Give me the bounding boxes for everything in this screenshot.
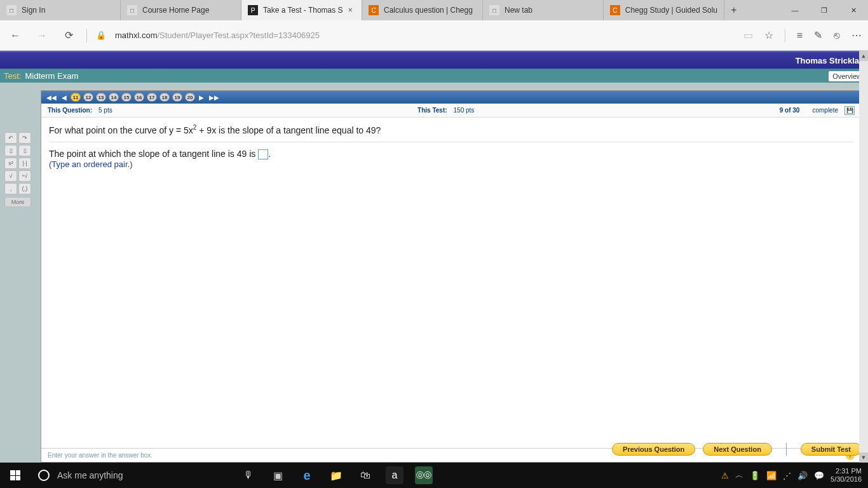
submit-test-button[interactable]: Submit Test [801, 443, 862, 456]
exponent-button[interactable]: x² [4, 158, 17, 169]
qnum-14[interactable]: 14 [109, 93, 119, 102]
answer-line: The point at which the slope of a tangen… [49, 149, 853, 159]
network-icon[interactable]: 📶 [766, 471, 776, 480]
refresh-button[interactable]: ⟳ [60, 27, 78, 44]
system-tray: ⚠ ︿ 🔋 📶 ⋰ 🔊 💬 2:31 PM 5/30/2016 [721, 467, 868, 484]
separator [786, 443, 787, 456]
app-header: Thomas Stricklan [0, 51, 868, 69]
tab-title: Sign In [22, 6, 45, 15]
task-view-icon[interactable]: ▣ [263, 463, 292, 488]
start-button[interactable] [0, 463, 31, 488]
action-row: Previous Question Next Question Submit T… [41, 441, 862, 458]
chevron-up-icon[interactable]: ︿ [735, 470, 743, 481]
page-icon: □ [6, 5, 17, 15]
lock-icon[interactable]: 🔒 [96, 30, 106, 40]
notes-icon[interactable]: ✎ [814, 29, 822, 41]
answer-hint: (Type an ordered pair.) [49, 159, 853, 169]
sqrt-button[interactable]: √ [4, 170, 17, 182]
test-bar: Test: Midterm Exam Overview [0, 69, 868, 83]
nav-last-icon[interactable]: ▶▶ [208, 94, 220, 101]
wifi-icon[interactable]: ⋰ [783, 471, 791, 480]
taskbar-apps: 🎙 ▣ e 📁 🛍 a ⓞⓞ [234, 463, 438, 488]
hub-icon[interactable]: ≡ [797, 30, 803, 41]
save-icon[interactable]: 💾 [844, 106, 855, 115]
cortana-placeholder: Ask me anything [57, 470, 123, 480]
separator [785, 29, 785, 43]
tool-palette: ↶↷ ▯▯ x²|·| √ⁿ√ ,(,) More [0, 83, 36, 463]
mic-icon[interactable]: 🎙 [234, 463, 263, 488]
abs-button[interactable]: |·| [18, 158, 31, 169]
tab-chegg-study[interactable]: C Chegg Study | Guided Solu [604, 0, 724, 20]
tab-title: Course Home Page [142, 6, 209, 15]
qnum-15[interactable]: 15 [121, 93, 132, 102]
battery-icon[interactable]: 🔋 [750, 471, 760, 480]
tab-title: Take a Test - Thomas S [263, 6, 343, 15]
time: 2:31 PM [831, 467, 862, 475]
store-icon[interactable]: 🛍 [351, 463, 380, 488]
previous-question-button[interactable]: Previous Question [612, 443, 695, 456]
tab-take-test[interactable]: P Take a Test - Thomas S × [241, 0, 362, 20]
qnum-19[interactable]: 19 [172, 93, 182, 102]
forward-button[interactable]: → [33, 27, 51, 44]
new-tab-button[interactable]: + [724, 0, 743, 20]
this-test-label: This Test: [417, 107, 447, 114]
toolbar-right: ▭ ☆ ≡ ✎ ⎋ ⋯ [743, 29, 862, 43]
url-field[interactable]: mathxl.com/Student/PlayerTest.aspx?testI… [115, 30, 735, 40]
volume-icon[interactable]: 🔊 [797, 471, 808, 480]
nav-prev-icon[interactable]: ◀ [60, 94, 68, 101]
nthroot-button[interactable]: ⁿ√ [18, 170, 31, 182]
tab-course-home[interactable]: □ Course Home Page [121, 0, 241, 20]
url-host: mathxl.com [115, 30, 157, 40]
pair-button[interactable]: (,) [18, 183, 31, 194]
amazon-icon[interactable]: a [386, 466, 403, 484]
scroll-down-icon[interactable]: ▼ [859, 452, 868, 463]
scroll-up-icon[interactable]: ▲ [859, 51, 868, 61]
minimize-button[interactable]: — [780, 0, 810, 20]
this-test-pts: 150 pts [454, 107, 475, 114]
close-icon[interactable]: × [348, 6, 353, 15]
question-prompt: For what point on the curve of y = 5x2 +… [49, 121, 853, 142]
progress-count: 9 of 30 [780, 107, 800, 114]
more-tools-button[interactable]: More [4, 197, 31, 207]
answer-input[interactable] [258, 149, 268, 159]
tab-new[interactable]: □ New tab [483, 0, 604, 20]
pearson-icon: P [248, 5, 258, 15]
redo-button[interactable]: ↷ [18, 132, 31, 144]
qnum-12[interactable]: 12 [83, 93, 93, 102]
more-icon[interactable]: ⋯ [851, 29, 862, 41]
address-bar: ← → ⟳ 🔒 mathxl.com/Student/PlayerTest.as… [0, 20, 868, 51]
close-button[interactable]: ✕ [839, 0, 868, 20]
qnum-11[interactable]: 11 [71, 93, 81, 102]
qnum-16[interactable]: 16 [134, 93, 144, 102]
file-explorer-icon[interactable]: 📁 [322, 463, 351, 488]
qnum-20[interactable]: 20 [185, 93, 195, 102]
undo-button[interactable]: ↶ [4, 132, 17, 144]
cortana-search[interactable]: Ask me anything [31, 463, 234, 488]
clock[interactable]: 2:31 PM 5/30/2016 [831, 467, 862, 484]
fraction-button[interactable]: ▯ [4, 145, 17, 156]
tab-title: Chegg Study | Guided Solu [625, 6, 717, 15]
tab-chegg-question[interactable]: C Calculus question | Chegg [362, 0, 483, 20]
edge-icon[interactable]: e [292, 463, 322, 488]
nav-next-icon[interactable]: ▶ [198, 94, 205, 101]
back-button[interactable]: ← [6, 27, 24, 44]
tripadvisor-icon[interactable]: ⓞⓞ [415, 466, 433, 484]
reading-view-icon[interactable]: ▭ [743, 29, 753, 41]
progress-complete: complete [812, 107, 838, 114]
maximize-button[interactable]: ❐ [810, 0, 839, 20]
comma-button[interactable]: , [4, 183, 17, 194]
action-center-icon[interactable]: 💬 [814, 471, 824, 480]
onedrive-warn-icon[interactable]: ⚠ [721, 471, 729, 480]
mixed-button[interactable]: ▯ [18, 145, 31, 156]
qnum-18[interactable]: 18 [159, 93, 170, 102]
share-icon[interactable]: ⎋ [834, 30, 840, 41]
page-scrollbar[interactable]: ▲ ▼ [859, 51, 868, 463]
window-controls: — ❐ ✕ [780, 0, 868, 20]
qnum-17[interactable]: 17 [147, 93, 157, 102]
favorite-icon[interactable]: ☆ [764, 29, 773, 41]
next-question-button[interactable]: Next Question [703, 443, 772, 456]
tab-signin[interactable]: □ Sign In [0, 0, 121, 20]
qnum-13[interactable]: 13 [96, 93, 106, 102]
nav-first-icon[interactable]: ◀◀ [45, 94, 58, 101]
windows-icon [10, 470, 20, 480]
